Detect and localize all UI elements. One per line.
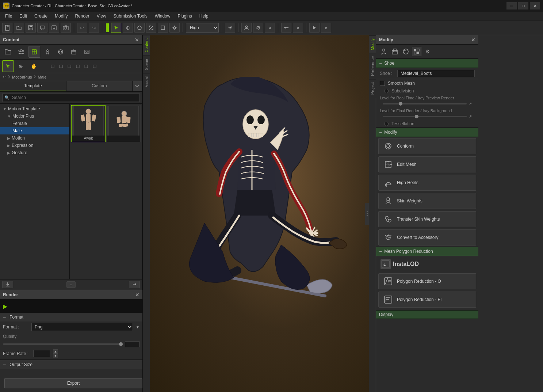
redo-button[interactable]: ↪ xyxy=(89,23,99,33)
camera-button[interactable] xyxy=(61,23,71,33)
menu-modify[interactable]: Modify xyxy=(51,13,71,19)
edit-avatar[interactable]: ⚙ xyxy=(253,23,263,33)
square1[interactable]: □ xyxy=(49,60,56,72)
right-tab-modify[interactable]: Modify xyxy=(369,35,376,53)
edit-mesh-btn[interactable]: Edit Mesh xyxy=(378,156,476,172)
render-button[interactable] xyxy=(309,23,320,33)
menu-view[interactable]: View xyxy=(93,13,110,19)
move-tool[interactable]: ⊕ xyxy=(123,23,133,33)
rotate-tool[interactable] xyxy=(134,23,145,33)
polygon-reduction-o-btn[interactable]: Polygon Reduction - O xyxy=(378,273,476,289)
menu-create[interactable]: Create xyxy=(31,13,51,19)
square6[interactable]: □ xyxy=(91,60,98,72)
image-icon-btn[interactable] xyxy=(81,46,93,58)
right-tab-preference[interactable]: Preference xyxy=(369,53,376,79)
convert-accessory-btn[interactable]: Convert to Accessory xyxy=(378,229,476,246)
quality-dropdown[interactable]: High Medium Low Ultra xyxy=(186,23,219,33)
import-button[interactable] xyxy=(49,23,59,33)
mod-checker-icon[interactable] xyxy=(412,47,421,56)
tessellation-radio[interactable] xyxy=(384,122,389,126)
avatar-button[interactable] xyxy=(241,23,252,33)
hand-btn[interactable]: ✋ xyxy=(28,60,39,72)
mod-gear-icon[interactable]: ⚙ xyxy=(423,47,432,56)
viewport[interactable] xyxy=(150,35,369,392)
more2[interactable]: » xyxy=(293,23,303,33)
new-button[interactable] xyxy=(2,23,12,33)
tab-action-btn[interactable] xyxy=(133,81,142,91)
tree-item-gesture[interactable]: ▶ Gesture xyxy=(0,149,69,156)
menu-render[interactable]: Render xyxy=(71,13,93,19)
modify-close[interactable]: ✕ xyxy=(471,37,475,43)
select2-btn[interactable] xyxy=(2,60,14,72)
export-button[interactable] xyxy=(37,23,47,33)
thumb-sitting[interactable] xyxy=(106,105,141,142)
render-play-icon[interactable]: ▶ xyxy=(3,303,7,310)
shoe-section-minus[interactable]: − xyxy=(379,60,382,66)
smooth-mesh-checkbox[interactable] xyxy=(380,81,385,86)
face-icon-btn[interactable] xyxy=(55,46,66,58)
output-section-header[interactable]: − Output Size xyxy=(0,360,142,369)
tree-item-motion-template[interactable]: ▼ Motion Template xyxy=(0,105,69,113)
side-tab-scene[interactable]: Scene xyxy=(143,56,150,73)
select-tool[interactable] xyxy=(111,23,121,33)
mod-material-icon[interactable] xyxy=(401,47,410,56)
menu-help[interactable]: Help xyxy=(196,13,212,19)
tree-item-expression[interactable]: ▶ Expression xyxy=(0,142,69,149)
timeline-button[interactable] xyxy=(281,23,291,33)
snap-tool[interactable] xyxy=(169,23,180,33)
skin-weights-btn[interactable]: Skin Weights xyxy=(378,193,476,209)
folder-icon-btn[interactable] xyxy=(2,46,14,58)
avatars-icon-btn[interactable] xyxy=(15,46,27,58)
menu-edit[interactable]: Edit xyxy=(16,13,31,19)
search-input[interactable] xyxy=(2,93,140,102)
mesh-reduction-minus[interactable]: − xyxy=(379,248,382,254)
export-btn[interactable]: Export xyxy=(4,378,142,388)
add-btn[interactable]: + xyxy=(66,281,75,288)
viewport-resize-handle[interactable] xyxy=(365,203,369,225)
more3[interactable]: » xyxy=(321,23,331,33)
quality-value[interactable]: 100 xyxy=(125,341,139,347)
tab-custom[interactable]: Custom xyxy=(66,81,133,91)
figure-icon-btn[interactable] xyxy=(42,46,53,58)
move2-btn[interactable]: ⊕ xyxy=(15,60,27,72)
tree-item-male[interactable]: Male xyxy=(0,127,69,134)
mod-transform-icon[interactable] xyxy=(390,47,399,56)
tree-item-motion[interactable]: ▶ Motion xyxy=(0,134,69,142)
level-final-slider[interactable] xyxy=(383,116,467,117)
format-section-header[interactable]: − Format xyxy=(0,313,142,321)
breadcrumb-motionplus[interactable]: MotionPlus xyxy=(12,75,32,79)
breadcrumb-male[interactable]: Male xyxy=(38,75,46,79)
scale-tool[interactable] xyxy=(146,23,156,33)
side-tab-visual[interactable]: Visual xyxy=(143,73,150,90)
render-close[interactable]: ✕ xyxy=(135,292,139,298)
mod-figure-icon[interactable] xyxy=(379,47,389,56)
menu-plugins[interactable]: Plugins xyxy=(174,13,195,19)
transfer-skin-btn[interactable]: Transfer Skin Weights xyxy=(378,211,476,227)
close-button[interactable]: ✕ xyxy=(530,2,540,9)
minimize-button[interactable]: ─ xyxy=(506,2,517,9)
open-button[interactable] xyxy=(14,23,24,33)
undo-button[interactable]: ↩ xyxy=(77,23,87,33)
modify-section-minus[interactable]: − xyxy=(379,129,382,135)
tree-item-motionplus[interactable]: ▼ MotionPlus xyxy=(0,113,69,120)
square3[interactable]: □ xyxy=(66,60,73,72)
menu-window[interactable]: Window xyxy=(151,13,174,19)
format-select[interactable]: Png Jpg Bmp Tiff xyxy=(31,323,133,331)
quality-slider[interactable] xyxy=(3,343,123,345)
scene-icon-btn[interactable] xyxy=(68,46,80,58)
replace-btn[interactable] xyxy=(129,281,140,288)
thumb-await[interactable]: Await xyxy=(71,105,106,142)
square4[interactable]: □ xyxy=(74,60,81,72)
tree-item-female[interactable]: Female xyxy=(0,120,69,127)
level-realtime-slider[interactable] xyxy=(383,103,467,104)
content-close[interactable]: ✕ xyxy=(135,37,139,43)
framerate-value[interactable]: 30 xyxy=(33,350,50,357)
framerate-up[interactable]: ▲ xyxy=(53,349,58,354)
fullscreen-tool[interactable] xyxy=(158,23,168,33)
maximize-button[interactable]: □ xyxy=(518,2,528,9)
square5[interactable]: □ xyxy=(83,60,90,72)
menu-file[interactable]: File xyxy=(1,13,16,19)
more1[interactable]: » xyxy=(265,23,275,33)
download-btn[interactable] xyxy=(2,281,13,288)
square2[interactable]: □ xyxy=(57,60,65,72)
